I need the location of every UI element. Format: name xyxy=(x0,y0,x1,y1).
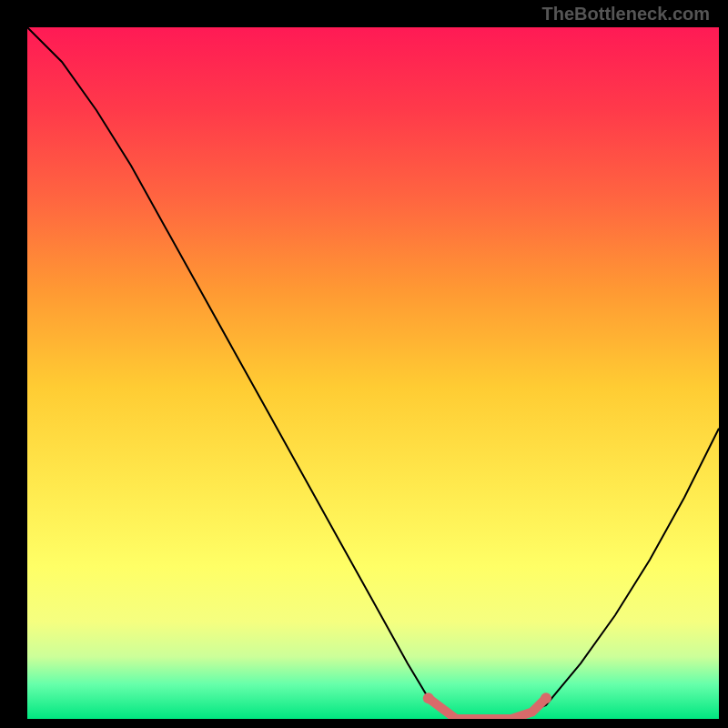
chart-plot-area xyxy=(27,27,719,719)
watermark-text: TheBottleneck.com xyxy=(542,4,710,25)
chart-svg xyxy=(27,27,719,719)
bottleneck-curve-path xyxy=(27,27,719,719)
minimum-segment-path xyxy=(429,698,546,719)
minimum-segment-end-dot xyxy=(541,693,551,703)
minimum-segment-start-dot xyxy=(423,693,434,703)
